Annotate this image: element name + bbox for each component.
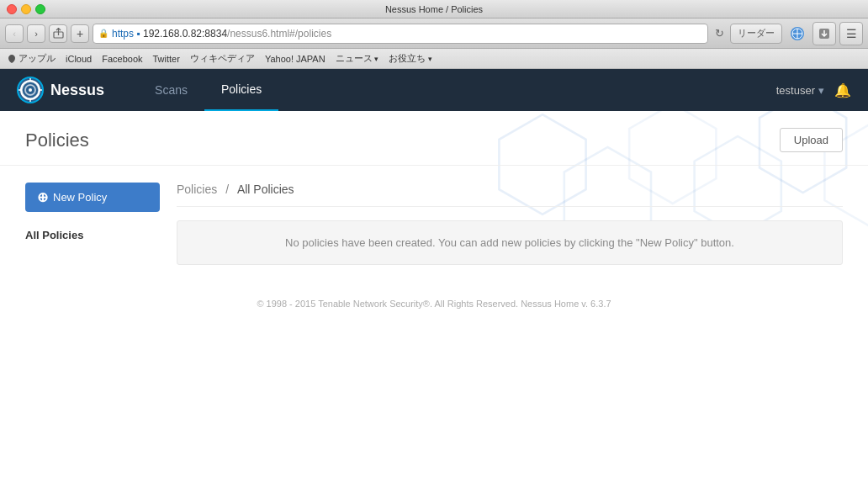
share-button[interactable] (49, 24, 67, 43)
nav-links: Scans Policies (138, 69, 776, 111)
nessus-navbar: Nessus Scans Policies testuser ▾ 🔔 (0, 69, 868, 111)
close-button[interactable] (7, 4, 17, 14)
nessus-logo: Nessus (17, 77, 104, 103)
sidebar: ⊕ New Policy All Policies (25, 183, 160, 265)
window-title: Nessus Home / Policies (385, 4, 483, 14)
page-title: Policies (25, 130, 89, 151)
minimize-button[interactable] (21, 4, 31, 14)
breadcrumb: Policies / All Policies (177, 183, 843, 207)
bookmark-appple[interactable]: アップル (7, 52, 56, 65)
content-area: Policies / All Policies No policies have… (177, 183, 843, 265)
new-policy-button[interactable]: ⊕ New Policy (25, 183, 160, 212)
main-layout: ⊕ New Policy All Policies Policies / All… (0, 166, 868, 282)
new-tab-button[interactable]: + (71, 24, 89, 43)
bookmark-news[interactable]: ニュース (336, 52, 379, 65)
nav-scans[interactable]: Scans (138, 69, 204, 111)
maximize-button[interactable] (35, 4, 45, 14)
forward-button[interactable]: › (27, 24, 45, 43)
user-dropdown-icon: ▾ (818, 84, 824, 97)
page-footer: © 1998 - 2015 Tenable Network Security®.… (0, 282, 868, 326)
nav-right: testuser ▾ 🔔 (776, 82, 851, 98)
sidebar-item-all-policies[interactable]: All Policies (25, 225, 160, 245)
bookmark-facebook[interactable]: Facebook (102, 54, 142, 64)
page-header: Policies Upload (0, 111, 868, 166)
reader-mode-button[interactable]: リーダー (730, 24, 782, 44)
traffic-lights (7, 4, 45, 14)
empty-policies-message: No policies have been created. You can a… (177, 220, 843, 265)
breadcrumb-separator: / (225, 183, 229, 196)
browser-toolbar: ‹ › + 🔒 https ▪ 192.168.0.82:8834/nessus… (0, 19, 868, 49)
upload-button[interactable]: Upload (780, 128, 843, 152)
breadcrumb-parent: Policies (177, 183, 217, 196)
extension-safari-button[interactable] (786, 22, 809, 45)
address-bar[interactable]: 🔒 https ▪ 192.168.0.82:8834/nessus6.html… (93, 24, 708, 44)
back-button[interactable]: ‹ (5, 24, 24, 43)
plus-icon: ⊕ (37, 189, 48, 205)
refresh-button[interactable]: ↻ (712, 26, 727, 41)
ssl-lock-icon: 🔒 (98, 29, 108, 38)
app-wrapper: Nessus Scans Policies testuser ▾ 🔔 (0, 69, 868, 487)
nessus-logo-icon (17, 77, 44, 103)
svg-point-10 (25, 85, 35, 95)
breadcrumb-current: All Policies (237, 183, 294, 196)
bookmark-wikipedia[interactable]: ウィキペディア (190, 52, 255, 65)
nessus-logo-text: Nessus (50, 82, 104, 99)
bell-icon[interactable]: 🔔 (834, 82, 851, 98)
username-label: testuser (776, 84, 815, 97)
bookmarks-bar: アップル iCloud Facebook Twitter ウィキペディア Yah… (0, 49, 868, 69)
address-url: https ▪ 192.168.0.82:8834/nessus6.html#/… (112, 28, 331, 40)
user-menu[interactable]: testuser ▾ (776, 84, 824, 97)
sidebar-toggle-button[interactable]: ☰ (839, 22, 863, 45)
nav-policies[interactable]: Policies (204, 69, 278, 111)
svg-point-8 (19, 78, 42, 102)
bookmark-icloud[interactable]: iCloud (66, 54, 92, 64)
bookmark-twitter[interactable]: Twitter (153, 54, 180, 64)
page-content: Policies Upload ⊕ New Policy All Policie… (0, 111, 868, 487)
svg-point-11 (29, 88, 32, 92)
bookmark-useful[interactable]: お役立ち (389, 52, 432, 65)
downloads-button[interactable] (812, 22, 836, 45)
svg-point-9 (22, 82, 39, 98)
browser-titlebar: Nessus Home / Policies (0, 0, 868, 19)
bookmark-yahoo-japan[interactable]: Yahoo! JAPAN (265, 54, 326, 64)
